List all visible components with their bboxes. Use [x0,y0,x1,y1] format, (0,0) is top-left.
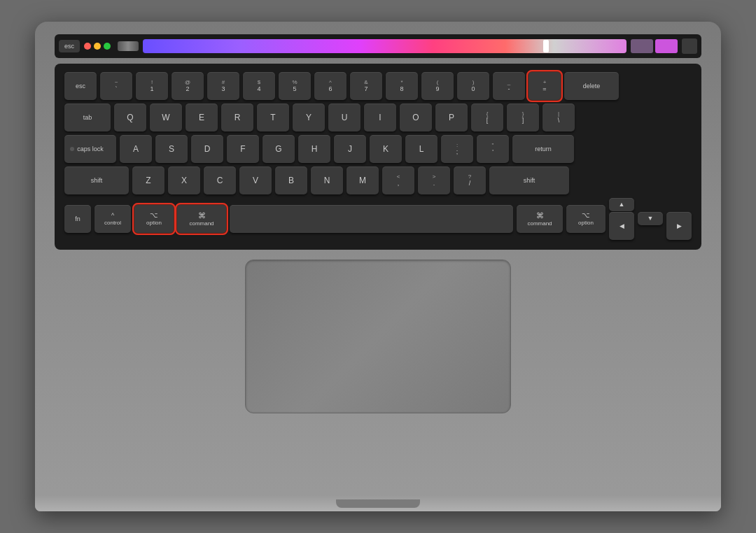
key-l[interactable]: L [405,135,438,163]
key-c[interactable]: C [204,166,236,194]
tb-block-2 [655,39,678,53]
tb-volume-slider[interactable] [118,41,139,51]
trackpad[interactable] [245,260,511,413]
key-command-left[interactable]: ⌘ command [177,205,226,233]
key-p[interactable]: P [435,104,468,132]
key-k[interactable]: K [370,135,402,163]
key-equals[interactable]: += [528,72,561,100]
key-arrow-right[interactable]: ▶ [666,212,692,240]
key-command-right[interactable]: ⌘ command [517,205,563,233]
key-8[interactable]: *8 [386,72,418,100]
key-spacebar[interactable] [230,205,513,233]
arrow-bottom-row: ◀ ▼ ▶ [609,212,692,240]
key-f[interactable]: F [227,135,259,163]
key-row-5: fn ^ control ⌥ option ⌘ command ⌘ comman… [64,198,692,240]
key-9[interactable]: (9 [421,72,454,100]
tb-min-btn[interactable] [94,43,101,50]
laptop-body: esc esc ~` !1 @2 #3 $4 %5 ^6 &7 *8 [35,22,721,511]
key-b[interactable]: B [275,166,307,194]
arrow-top-row: ▲ [609,198,692,211]
key-a[interactable]: A [120,135,152,163]
key-arrow-left[interactable]: ◀ [609,212,634,240]
tb-close-btn[interactable] [84,43,91,50]
key-option-right[interactable]: ⌥ option [566,205,606,233]
key-row-4: shift Z X C V B N M <, >. ?/ shift [64,166,692,194]
tb-window-controls [84,43,111,50]
key-row-2: tab Q W E R T Y U I O P {[ }] |\ [64,104,692,132]
keyboard: esc ~` !1 @2 #3 $4 %5 ^6 &7 *8 (9 )0 _- … [55,64,701,250]
tb-gradient-bar[interactable] [143,39,626,53]
key-i[interactable]: I [364,104,396,132]
key-comma[interactable]: <, [382,166,414,194]
key-s[interactable]: S [155,135,188,163]
key-u[interactable]: U [328,104,360,132]
key-shift-left[interactable]: shift [64,166,129,194]
key-0[interactable]: )0 [457,72,489,100]
key-arrow-down[interactable]: ▼ [638,212,663,225]
key-shift-right[interactable]: shift [489,166,569,194]
bottom-notch [336,499,420,508]
key-tab[interactable]: tab [64,104,111,132]
key-o[interactable]: O [400,104,432,132]
key-3[interactable]: #3 [207,72,239,100]
key-fn[interactable]: fn [64,205,91,233]
key-q[interactable]: Q [114,104,146,132]
key-esc[interactable]: esc [64,72,97,100]
key-semicolon[interactable]: :; [441,135,473,163]
key-d[interactable]: D [191,135,223,163]
key-return[interactable]: return [512,135,574,163]
key-delete[interactable]: delete [564,72,619,100]
tb-max-btn[interactable] [104,43,111,50]
key-4[interactable]: $4 [243,72,275,100]
tb-end-button[interactable] [682,38,697,54]
key-m[interactable]: M [346,166,379,194]
key-7[interactable]: &7 [350,72,382,100]
touch-bar: esc [55,34,701,58]
tb-small-blocks [631,39,678,53]
key-j[interactable]: J [334,135,366,163]
tb-block-1 [631,39,653,53]
key-slash[interactable]: ?/ [454,166,486,194]
key-caps-lock[interactable]: caps lock [64,135,116,163]
trackpad-area [55,260,701,413]
key-y[interactable]: Y [293,104,325,132]
key-v[interactable]: V [239,166,272,194]
tb-esc-key[interactable]: esc [59,40,80,52]
key-n[interactable]: N [311,166,343,194]
key-bracket-l[interactable]: {[ [471,104,503,132]
key-e[interactable]: E [186,104,218,132]
key-r[interactable]: R [221,104,253,132]
key-grave[interactable]: ~` [100,72,132,100]
key-option-left[interactable]: ⌥ option [134,205,174,233]
key-t[interactable]: T [257,104,289,132]
key-5[interactable]: %5 [279,72,311,100]
key-control[interactable]: ^ control [94,205,131,233]
key-w[interactable]: W [150,104,182,132]
key-bracket-r[interactable]: }] [507,104,539,132]
key-x[interactable]: X [168,166,200,194]
key-row-1: esc ~` !1 @2 #3 $4 %5 ^6 &7 *8 (9 )0 _- … [64,72,692,100]
key-arrow-up[interactable]: ▲ [609,198,634,211]
key-h[interactable]: H [298,135,330,163]
key-g[interactable]: G [262,135,295,163]
key-z[interactable]: Z [132,166,164,194]
key-2[interactable]: @2 [172,72,204,100]
key-minus[interactable]: _- [493,72,525,100]
tb-slider-thumb [543,40,549,52]
key-period[interactable]: >. [418,166,450,194]
key-quote[interactable]: "' [477,135,509,163]
key-1[interactable]: !1 [136,72,168,100]
key-row-3: caps lock A S D F G H J K L :; "' return [64,135,692,163]
arrow-cluster: ▲ ◀ ▼ ▶ [609,198,692,240]
bottom-bar [35,496,721,511]
key-backslash[interactable]: |\ [542,104,575,132]
key-6[interactable]: ^6 [314,72,346,100]
